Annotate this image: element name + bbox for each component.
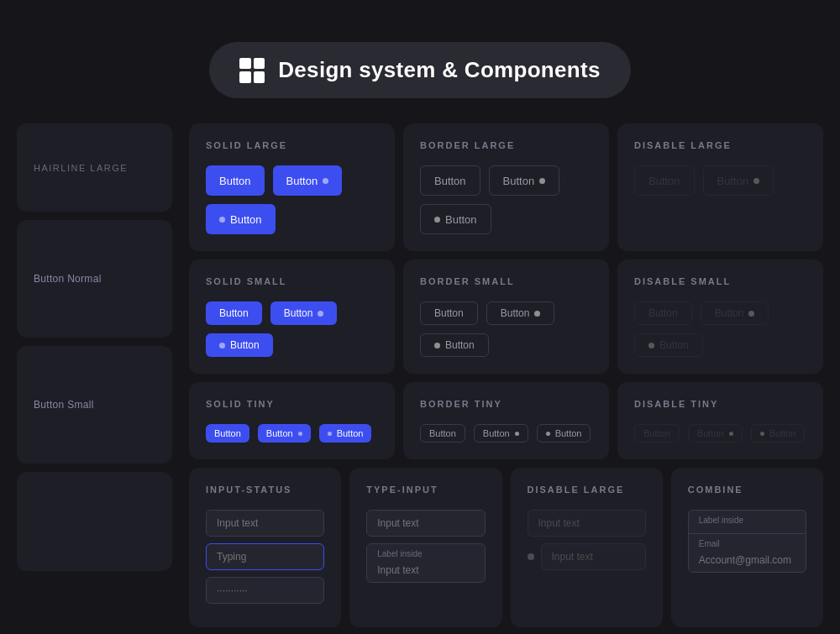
combine-title: COMBINE xyxy=(688,485,806,495)
disable-tiny-btn-1: Button xyxy=(634,424,680,443)
grid-icon xyxy=(239,58,265,83)
disable-large-content: Button Button xyxy=(634,165,806,196)
input-status-field-3[interactable] xyxy=(206,577,324,604)
solid-tiny-title: SOLID TINY xyxy=(206,399,378,409)
type-input-title: TYPE-INPUT xyxy=(366,485,485,495)
border-small-title: BORDER SMALL xyxy=(420,276,592,286)
solid-small-card: SOLID SMALL Button Button Button xyxy=(189,259,395,374)
combine-email-input[interactable] xyxy=(699,554,795,566)
disable-large-input-field-1 xyxy=(528,510,646,537)
border-tiny-title: BORDER TINY xyxy=(420,399,592,409)
solid-tiny-btn-2[interactable]: Button xyxy=(258,424,311,443)
disable-tiny-btn-2: Button xyxy=(688,424,743,443)
disable-small-btn-1: Button xyxy=(634,301,692,325)
border-tiny-btn-3[interactable]: Button xyxy=(537,424,591,443)
header: Design system & Components xyxy=(0,0,840,123)
border-tiny-card: BORDER TINY Button Button Button xyxy=(403,382,609,459)
input-status-field-1[interactable] xyxy=(206,510,324,537)
solid-small-title: SOLID SMALL xyxy=(206,276,378,286)
border-large-title: BORDER LARGE xyxy=(420,140,592,150)
sidebar-item-hairline: HAIRLINE LARGE xyxy=(17,123,172,212)
combine-card: COMBINE Label inside Email xyxy=(671,468,823,627)
input-status-title: INPUT-STATUS xyxy=(206,485,324,495)
row-tiny: SOLID TINY Button Button Button BORDER T… xyxy=(189,382,823,459)
sidebar-item-empty xyxy=(17,472,172,571)
sidebar-label-hairline: HAIRLINE LARGE xyxy=(34,163,128,173)
solid-small-btn-2[interactable]: Button xyxy=(270,301,338,325)
solid-small-btn-3[interactable]: Button xyxy=(206,333,273,357)
border-tiny-btn-2[interactable]: Button xyxy=(474,424,528,443)
solid-tiny-card: SOLID TINY Button Button Button xyxy=(189,382,395,459)
sidebar-label-normal: Button Normal xyxy=(34,273,102,285)
disable-large-input-row xyxy=(528,543,646,570)
row-small: SOLID SMALL Button Button Button BORDER … xyxy=(189,259,823,374)
solid-tiny-btn-3[interactable]: Button xyxy=(319,424,372,443)
disable-tiny-card: DISABLE TINY Button Button Button xyxy=(617,382,823,459)
type-input-label: Label inside xyxy=(377,549,474,558)
input-status-card: INPUT-STATUS xyxy=(189,468,341,627)
solid-large-btn-3[interactable]: Button xyxy=(206,204,276,234)
type-input-field-1[interactable] xyxy=(366,510,485,537)
solid-small-content: Button Button Button xyxy=(206,301,378,357)
disable-tiny-content: Button Button Button xyxy=(634,424,806,443)
solid-large-btn-2[interactable]: Button xyxy=(273,165,343,196)
sidebar-label-small: Button Small xyxy=(34,399,94,411)
solid-large-title: SOLID LARGE xyxy=(206,140,378,150)
disable-large-title: DISABLE LARGE xyxy=(634,140,806,150)
main-content: HAIRLINE LARGE Button Normal Button Smal… xyxy=(0,123,840,634)
solid-large-btn-1[interactable]: Button xyxy=(206,165,265,196)
row-large: SOLID LARGE Button Button Button BORDER … xyxy=(189,123,823,251)
border-large-btn-1[interactable]: Button xyxy=(420,165,480,196)
row-inputs: INPUT-STATUS TYPE-INPUT Label inside xyxy=(189,468,823,627)
page-wrapper: Design system & Components HAIRLINE LARG… xyxy=(0,0,840,634)
border-small-btn-2[interactable]: Button xyxy=(486,301,555,325)
solid-small-btn-1[interactable]: Button xyxy=(206,301,262,325)
combine-label-inside: Label inside xyxy=(699,516,795,525)
sidebar-item-small: Button Small xyxy=(17,346,172,464)
disable-large-btn-2: Button xyxy=(703,165,774,196)
type-input-field-2[interactable] xyxy=(377,564,474,576)
disable-tiny-title: DISABLE TINY xyxy=(634,399,806,409)
disable-small-btn-2: Button xyxy=(701,301,769,325)
disable-large-input-title: DISABLE LARGE xyxy=(528,485,646,495)
border-large-btn-2[interactable]: Button xyxy=(489,165,560,196)
border-small-content: Button Button Button xyxy=(420,301,592,357)
disable-small-card: DISABLE SMALL Button Button Button xyxy=(617,259,823,374)
disable-tiny-btn-3: Button xyxy=(751,424,806,443)
disable-small-content: Button Button Button xyxy=(634,301,806,357)
disable-large-btn-1: Button xyxy=(634,165,695,196)
solid-large-card: SOLID LARGE Button Button Button xyxy=(189,123,395,251)
components-area: SOLID LARGE Button Button Button BORDER … xyxy=(189,123,823,627)
type-input-labeled: Label inside xyxy=(366,543,485,583)
solid-tiny-btn-1[interactable]: Button xyxy=(206,424,249,443)
disable-dot-icon xyxy=(528,553,534,560)
solid-tiny-content: Button Button Button xyxy=(206,424,378,443)
border-large-btn-3[interactable]: Button xyxy=(420,204,491,234)
border-tiny-content: Button Button Button xyxy=(420,424,592,443)
solid-large-content: Button Button Button xyxy=(206,165,378,234)
disable-large-input-card: DISABLE LARGE xyxy=(511,468,663,627)
type-input-card: TYPE-INPUT Label inside xyxy=(349,468,501,627)
header-pill: Design system & Components xyxy=(209,42,630,98)
disable-large-input-field-2 xyxy=(541,543,646,570)
input-status-field-2[interactable] xyxy=(206,543,324,570)
disable-large-card: DISABLE LARGE Button Button xyxy=(617,123,823,251)
combine-email-field: Email xyxy=(688,533,806,573)
border-small-btn-3[interactable]: Button xyxy=(420,333,489,357)
border-large-content: Button Button Button xyxy=(420,165,592,234)
border-tiny-btn-1[interactable]: Button xyxy=(420,424,465,443)
border-small-btn-1[interactable]: Button xyxy=(420,301,478,325)
sidebar-item-normal: Button Normal xyxy=(17,220,172,338)
combine-email-label: Email xyxy=(699,539,795,548)
disable-small-btn-3: Button xyxy=(634,333,703,357)
disable-small-title: DISABLE SMALL xyxy=(634,276,806,286)
border-small-card: BORDER SMALL Button Button Button xyxy=(403,259,609,374)
page-title: Design system & Components xyxy=(278,57,600,83)
border-large-card: BORDER LARGE Button Button Button xyxy=(403,123,609,251)
combine-label-field: Label inside xyxy=(688,510,806,533)
left-sidebar: HAIRLINE LARGE Button Normal Button Smal… xyxy=(17,123,172,627)
